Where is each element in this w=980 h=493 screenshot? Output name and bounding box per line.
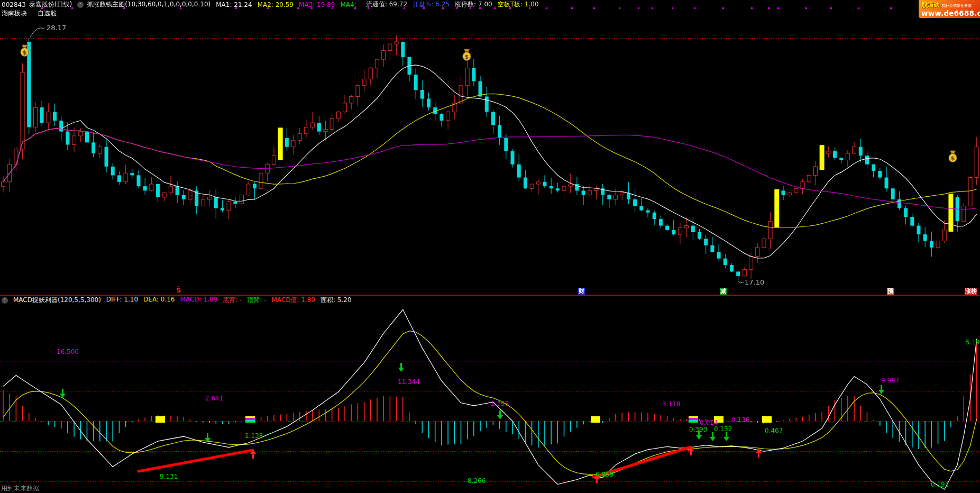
main-indicator-name: 抓涨数钱主图(10,30,60,0,1,0,0,0,0,0.10) bbox=[87, 0, 210, 9]
buy-arrow-icon-2 bbox=[688, 446, 694, 458]
macd-field-0: DIFF: 1.10 bbox=[106, 296, 138, 305]
macd-value-label-9: 9.131 bbox=[160, 473, 178, 480]
stock-name: 泰嘉股份(日线) bbox=[29, 0, 72, 9]
buy-arrow-icon-0 bbox=[250, 450, 256, 461]
buy-arrow-icon-1 bbox=[594, 474, 600, 486]
macd-field-2: MACD: 1.89 bbox=[180, 296, 218, 305]
macd-field-5: MACD值: 1.89 bbox=[271, 296, 315, 305]
sell-arrow-icon-4 bbox=[696, 431, 702, 442]
chart-tag-3: 涨榜 bbox=[965, 288, 977, 295]
yellow-signal-box-2 bbox=[591, 416, 600, 423]
sell-arrow-icon-7 bbox=[878, 385, 884, 396]
sell-arrow-icon-3 bbox=[497, 410, 503, 422]
macd-value-label-0: 16.500 bbox=[57, 348, 79, 355]
collapse-indicator-icon[interactable]: ˅ bbox=[77, 2, 84, 8]
macd-value-label-6: 0.136 bbox=[731, 416, 749, 424]
macd-value-label-15: 5.19 bbox=[966, 339, 980, 346]
macd-field-4: 顶背: - bbox=[247, 296, 266, 305]
svg-text:$: $ bbox=[951, 155, 955, 162]
stock-code: 002843 bbox=[2, 1, 26, 8]
macd-panel-header: ˅ MACD捉妖利器(120,5,5,300) DIFF: 1.10DEA: 0… bbox=[0, 296, 980, 305]
ma-field-3: MA4: - bbox=[340, 1, 360, 8]
rainbow-signal-box-1 bbox=[245, 416, 255, 423]
money-bag-icon-0: $ bbox=[20, 44, 29, 59]
sell-arrow-icon-2 bbox=[398, 363, 404, 374]
chart-tag-0: 财 bbox=[578, 288, 585, 295]
ma-field-1: MA2: 20.59 bbox=[258, 1, 294, 8]
macd-value-label-10: 8.266 bbox=[468, 477, 486, 485]
sell-arrow-icon-5 bbox=[710, 432, 716, 443]
watermark-brand: 股道边 bbox=[921, 1, 940, 10]
watermark-ad[interactable]: 股道边 指标公式量化资源 www.de6688.com bbox=[919, 0, 980, 18]
tab-bar: 湖南板块 自选股 bbox=[0, 9, 57, 17]
tab-watchlist[interactable]: 自选股 bbox=[38, 9, 57, 18]
macd-value-label-14: 0.467 bbox=[765, 427, 783, 434]
chart-canvas[interactable] bbox=[0, 0, 980, 493]
trading-app-window: 002843 泰嘉股份(日线) ˅ 抓涨数钱主图(10,30,60,0,1,0,… bbox=[0, 0, 980, 493]
svg-text:$: $ bbox=[465, 53, 469, 60]
macd-value-label-4: 3.118 bbox=[662, 400, 680, 408]
rainbow-signal-box-3 bbox=[689, 416, 698, 423]
collapse-macd-icon[interactable]: ˅ bbox=[2, 297, 8, 304]
sell-arrow-icon-0 bbox=[60, 389, 66, 400]
macd-field-6: 面积: 5.20 bbox=[320, 296, 352, 305]
ma-field-0: MA1: 21.24 bbox=[216, 1, 252, 8]
macd-value-label-2: 11.344 bbox=[398, 378, 420, 386]
buy-arrow-icon-3 bbox=[756, 449, 762, 460]
macd-values-group: DIFF: 1.10DEA: 0.16MACD: 1.89底背: -顶背: -M… bbox=[106, 296, 352, 305]
ma-field-2: MA3: 19.89 bbox=[299, 1, 335, 8]
stat-field-3: 空板T板: 1.00 bbox=[498, 0, 539, 9]
macd-value-label-3: 1.398 bbox=[491, 400, 509, 407]
macd-value-label-8: 1.138 bbox=[245, 432, 263, 440]
stat-field-2: 涨停数: 7.00 bbox=[455, 0, 492, 9]
watermark-tagline: 指标公式量化资源 bbox=[942, 3, 972, 8]
macd-value-label-13: 0.152 bbox=[714, 425, 732, 433]
stat-field-1: 开盘%: 6.25 bbox=[413, 0, 450, 9]
macd-value-label-7: 9.987 bbox=[881, 377, 899, 384]
macd-value-label-1: 2.641 bbox=[205, 395, 223, 402]
macd-field-1: DEA: 0.16 bbox=[143, 296, 175, 305]
money-bag-icon-2: $ bbox=[948, 150, 957, 165]
tab-hunan-sector[interactable]: 湖南板块 bbox=[2, 9, 27, 18]
sell-arrow-icon-6 bbox=[723, 432, 729, 443]
low-price-label: 17.10 bbox=[745, 278, 764, 286]
sell-signal-s-mark: Ŝ bbox=[176, 286, 181, 294]
stat-field-0: 流通值: 69.72 bbox=[366, 0, 407, 9]
chart-tag-2: 预 bbox=[887, 288, 894, 295]
high-price-label: 28.17 bbox=[47, 24, 66, 32]
svg-text:$: $ bbox=[23, 49, 27, 56]
macd-field-3: 底背: - bbox=[223, 296, 242, 305]
stat-values-group: 流通值: 69.72开盘%: 6.25涨停数: 7.00空板T板: 1.00 bbox=[366, 0, 539, 9]
macd-value-label-16: 0.191 bbox=[931, 481, 949, 488]
ma-values-group: MA1: 21.24MA2: 20.59MA3: 19.89MA4: - bbox=[216, 1, 361, 8]
yellow-signal-box-5 bbox=[762, 416, 772, 423]
watermark-url: www.de6688.com bbox=[921, 10, 978, 17]
sell-arrow-icon-1 bbox=[205, 433, 210, 444]
money-bag-icon-1: $ bbox=[462, 49, 471, 63]
yellow-signal-box-0 bbox=[155, 416, 165, 423]
macd-indicator-name: MACD捉妖利器(120,5,5,300) bbox=[13, 296, 101, 305]
chart-tag-1: 减 bbox=[720, 288, 727, 295]
footer-note: 用到未来数据 bbox=[1, 484, 39, 493]
main-chart-header: 002843 泰嘉股份(日线) ˅ 抓涨数钱主图(10,30,60,0,1,0,… bbox=[0, 0, 980, 9]
